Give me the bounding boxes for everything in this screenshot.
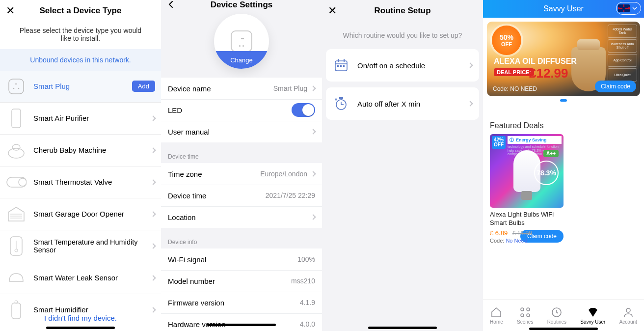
header: Savvy User <box>483 0 644 18</box>
chevron-right-icon <box>150 147 156 153</box>
tab-bar: Home Scenes Routines Savvy User Account <box>483 300 644 331</box>
energy-rating-badge: A++ <box>543 150 559 157</box>
feature-badge: 400ml Water Tank <box>608 25 637 38</box>
close-icon[interactable]: ✕ <box>6 4 15 17</box>
device-label: Smart Humidifier <box>33 305 151 314</box>
home-indicator <box>207 324 276 326</box>
svg-point-33 <box>521 314 524 317</box>
page-title: Savvy User <box>543 4 584 13</box>
tab-account[interactable]: Account <box>619 306 637 325</box>
home-indicator <box>529 328 598 330</box>
tab-home[interactable]: Home <box>490 306 503 325</box>
device-name-row[interactable]: Device name Smart Plug <box>161 78 322 99</box>
price-now: £ 6.89 <box>490 229 508 237</box>
device-avatar-button[interactable]: Change <box>214 14 269 69</box>
user-manual-row[interactable]: User manual <box>161 121 322 142</box>
model-row: Model numbermss210 <box>161 270 322 292</box>
header: ✕ Select a Device Type <box>0 0 161 22</box>
device-row-garage[interactable]: Smart Garage Door Opener <box>0 198 161 230</box>
add-button[interactable]: Add <box>132 81 155 92</box>
back-icon[interactable] <box>167 0 175 11</box>
change-label: Change <box>214 51 269 69</box>
device-row-smart-plug[interactable]: Smart Plug Add <box>0 71 161 102</box>
device-label: Smart Plug <box>33 82 132 90</box>
setting-value: mss210 <box>291 277 315 285</box>
page-title: Routine Setup <box>374 6 430 16</box>
plug-icon <box>231 30 252 52</box>
group-header-info: Device info <box>161 228 322 248</box>
unbound-devices-notice: Unbound devices in this network. <box>0 49 161 71</box>
chevron-right-icon <box>467 101 473 106</box>
device-label: Cherub Baby Machine <box>33 146 151 154</box>
routine-label: Auto off after X min <box>357 100 468 108</box>
svg-point-32 <box>527 308 530 311</box>
page-title: Device Settings <box>211 0 273 10</box>
device-row-temp-humidity[interactable]: Smart Temperature and Humidity Sensor <box>0 230 161 262</box>
header: Device Settings <box>161 0 322 10</box>
carousel-pager <box>483 99 644 102</box>
device-row-thermostat[interactable]: Smart Thermostat Valve <box>0 166 161 198</box>
svg-point-5 <box>8 148 24 158</box>
feature-badge: Ultra Quiet <box>608 68 637 82</box>
device-row-leak[interactable]: Smart Water Leak Sensor <box>0 262 161 294</box>
setting-value: 100% <box>297 255 315 263</box>
thermostat-icon <box>6 172 27 193</box>
tab-savvy-user[interactable]: Savvy User <box>580 306 605 325</box>
led-row: LED <box>161 99 322 121</box>
promo-banner[interactable]: 50% OFF 400ml Water Tank Waterless Auto … <box>487 22 640 96</box>
product-card[interactable]: 42% OFF ⓘEnergy Saving technology and sc… <box>490 134 564 244</box>
page-subtitle: Which routine would you like to set up? <box>322 22 483 46</box>
claim-code-button[interactable]: Claim code <box>595 81 636 92</box>
product-image: 42% OFF ⓘEnergy Saving technology and sc… <box>490 134 564 208</box>
scenes-icon <box>519 306 531 318</box>
account-icon <box>622 306 634 318</box>
tab-scenes[interactable]: Scenes <box>517 306 533 325</box>
svg-point-8 <box>19 178 27 186</box>
device-label: Smart Water Leak Sensor <box>33 274 151 282</box>
led-toggle[interactable] <box>292 103 315 117</box>
discount-badge: 42% OFF <box>492 136 506 149</box>
svg-point-6 <box>12 144 20 150</box>
hardware-row: Hardware version4.0.0 <box>161 313 322 331</box>
purifier-icon <box>6 108 27 129</box>
promo-code: Code: NO NEED <box>493 85 537 92</box>
routine-schedule-row[interactable]: On/off on a schedule <box>326 49 479 82</box>
energy-saving-banner: ⓘEnergy Saving <box>508 136 562 144</box>
device-row-baby-machine[interactable]: Cherub Baby Machine <box>0 135 161 166</box>
tab-label: Savvy User <box>580 319 605 325</box>
group-header-time: Device time <box>161 142 322 163</box>
setting-label: Model number <box>168 277 291 285</box>
svg-rect-20 <box>344 59 345 62</box>
setting-value: 4.1.9 <box>300 299 315 306</box>
svg-rect-21 <box>337 65 339 67</box>
deal-price-label: DEAL PRICE: <box>494 68 534 76</box>
setting-value: 2021/7/25 22:29 <box>266 192 315 199</box>
garage-icon <box>6 204 27 224</box>
calendar-icon <box>333 57 349 74</box>
country-selector[interactable] <box>616 2 641 15</box>
svg-rect-4 <box>12 109 21 128</box>
svg-point-31 <box>521 308 524 311</box>
not-found-link[interactable]: I didn't find my device. <box>0 314 161 322</box>
promo-price: £12.99 <box>529 66 568 81</box>
routines-icon <box>551 306 563 318</box>
device-row-air-purifier[interactable]: Smart Air Purifier <box>0 103 161 134</box>
location-row[interactable]: Location <box>161 206 322 228</box>
feature-badge: Waterless Auto Shut-off <box>608 39 637 53</box>
device-label: Smart Air Purifier <box>33 114 151 122</box>
tab-routines[interactable]: Routines <box>547 306 566 325</box>
baby-machine-icon <box>6 140 27 161</box>
close-icon[interactable]: ✕ <box>328 4 337 17</box>
svg-rect-23 <box>343 65 345 67</box>
routine-auto-off-row[interactable]: Auto off after X min <box>326 87 479 120</box>
chevron-right-icon <box>310 129 316 134</box>
timer-icon <box>333 95 349 112</box>
header: ✕ Routine Setup <box>322 0 483 22</box>
chevron-right-icon <box>467 62 473 68</box>
discount-value: 50% <box>500 33 513 41</box>
tab-label: Scenes <box>517 319 533 325</box>
timezone-row[interactable]: Time zone Europe/London <box>161 163 322 185</box>
svg-point-36 <box>626 308 630 312</box>
setting-value: Europe/London <box>260 170 307 178</box>
svg-point-1 <box>13 87 15 89</box>
